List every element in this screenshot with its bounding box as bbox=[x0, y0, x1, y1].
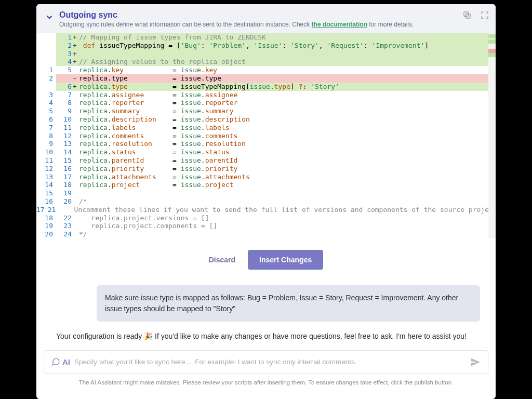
user-message: Make sure issue type is mapped as follow… bbox=[97, 285, 480, 322]
minimap[interactable] bbox=[488, 33, 496, 238]
panel-title: Outgoing sync bbox=[59, 10, 487, 20]
code-line[interactable]: 711 replica.labels = issue.labels bbox=[36, 124, 496, 132]
ai-message-text-pre: Your configuration is ready bbox=[56, 332, 144, 340]
code-line[interactable]: 2−replica.type = issue.type bbox=[36, 74, 496, 83]
send-icon[interactable] bbox=[470, 357, 481, 367]
subtitle-text: Outgoing sync rules define what informat… bbox=[59, 21, 312, 28]
fullscreen-icon[interactable] bbox=[480, 10, 489, 20]
insert-changes-button[interactable]: Insert Changes bbox=[248, 250, 323, 270]
code-diff-editor[interactable]: 1+// Mapping of issue types from JIRA to… bbox=[36, 33, 496, 238]
code-line[interactable]: 4+// Assigning values to the replica obj… bbox=[36, 58, 496, 66]
panel-header: Outgoing sync Outgoing sync rules define… bbox=[36, 4, 496, 33]
code-line[interactable]: 6+replica.type = issueTypeMapping[issue.… bbox=[36, 83, 496, 91]
code-line[interactable]: 1317 replica.attachments = issue.attachm… bbox=[36, 173, 496, 181]
code-line[interactable]: 59 replica.summary = issue.summary bbox=[36, 107, 496, 115]
code-line[interactable]: 1115 replica.parentId = issue.parentId bbox=[36, 156, 496, 165]
chevron-down-icon bbox=[45, 12, 54, 22]
code-line[interactable]: 1620 /* bbox=[36, 197, 496, 206]
chat-icon bbox=[51, 357, 60, 366]
panel-subtitle: Outgoing sync rules define what informat… bbox=[59, 21, 487, 28]
code-line[interactable]: 2024 */ bbox=[36, 230, 496, 238]
ai-prompt-input[interactable] bbox=[74, 358, 466, 366]
diff-actions: Discard Insert Changes bbox=[36, 238, 496, 279]
chat-area: Make sure issue type is mapped as follow… bbox=[36, 279, 496, 346]
code-line[interactable]: 1418 replica.project = issue.project bbox=[36, 181, 496, 189]
outgoing-sync-panel: Outgoing sync Outgoing sync rules define… bbox=[36, 4, 496, 399]
code-line[interactable]: 1216 replica.priority = issue.priority bbox=[36, 165, 496, 173]
code-line[interactable]: 1519 bbox=[36, 189, 496, 197]
code-line[interactable]: 610 replica.description = issue.descript… bbox=[36, 115, 496, 124]
code-line[interactable]: 37 replica.assignee = issue.assignee bbox=[36, 91, 496, 99]
code-line[interactable]: 1923 replica.project.components = [] bbox=[36, 222, 496, 230]
ai-input-row[interactable]: AI bbox=[44, 350, 488, 374]
code-line[interactable]: 15 replica.key = issue.key bbox=[36, 66, 496, 74]
code-line[interactable]: 913 replica.resolution = issue.resolutio… bbox=[36, 140, 496, 148]
code-line[interactable]: 1721 Uncomment these lines if you want t… bbox=[36, 206, 496, 214]
collapse-toggle[interactable] bbox=[45, 12, 54, 24]
ai-message-text-post: If you'd like to make any changes or hav… bbox=[153, 332, 467, 340]
code-line[interactable]: 1+// Mapping of issue types from JIRA to… bbox=[36, 33, 496, 42]
code-line[interactable]: 1822 replica.project.versions = [] bbox=[36, 214, 496, 222]
discard-button[interactable]: Discard bbox=[209, 250, 235, 270]
copy-icon[interactable] bbox=[462, 10, 472, 20]
party-popper-icon: 🎉 bbox=[144, 332, 153, 340]
ai-badge: AI bbox=[51, 357, 70, 366]
code-line[interactable]: 812 replica.comments = issue.comments bbox=[36, 132, 496, 140]
disclaimer-text: The AI Assistant might make mistakes. Pl… bbox=[36, 375, 496, 392]
subtitle-text-post: for more details. bbox=[367, 21, 414, 28]
code-line[interactable]: 1014 replica.status = issue.status bbox=[36, 148, 496, 156]
documentation-link[interactable]: the documentation bbox=[312, 21, 367, 28]
ai-message: Your configuration is ready 🎉 If you'd l… bbox=[52, 329, 480, 344]
code-line[interactable]: 2+ def issueTypeMapping = ['Bug': 'Probl… bbox=[36, 42, 496, 50]
ai-label: AI bbox=[62, 357, 70, 366]
code-line[interactable]: 3+ bbox=[36, 50, 496, 58]
code-line[interactable]: 48 replica.reporter = issue.reporter bbox=[36, 99, 496, 107]
